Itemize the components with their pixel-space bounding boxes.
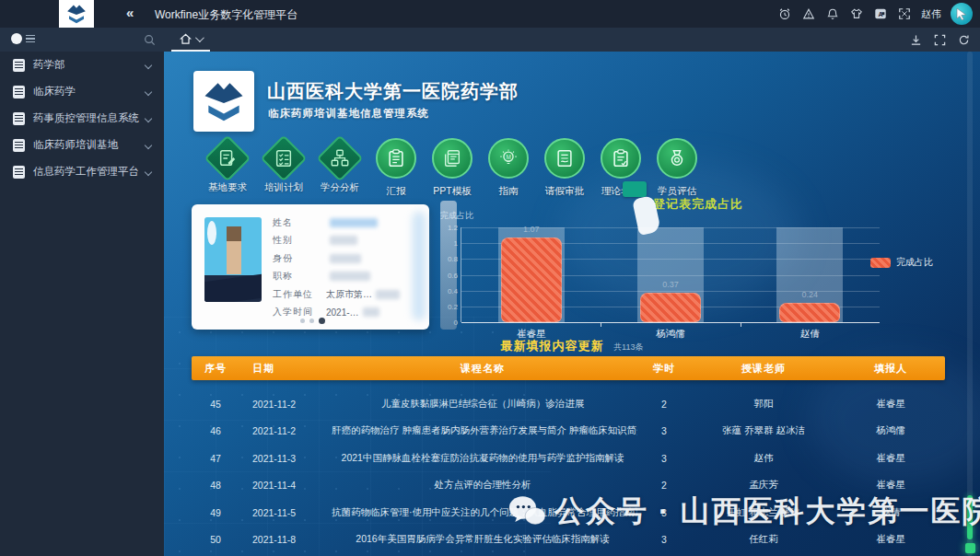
chevron-down-icon	[145, 168, 152, 175]
quick-action-label: 汇报	[367, 185, 426, 198]
document-icon	[13, 112, 25, 125]
table-row[interactable]: 492021-11-5抗菌药物临床管理·使用中应关注的几个问题；《血脂异常合理用…	[192, 499, 945, 527]
user-avatar[interactable]	[951, 3, 973, 25]
table-cell: 处方点评的合理性分析	[328, 479, 637, 492]
chart-title: 登记表完成占比	[569, 196, 827, 213]
hamburger-icon	[26, 35, 35, 43]
checklist-icon	[261, 135, 308, 182]
search-icon[interactable]	[144, 33, 156, 50]
bar-value-label: 0.37	[662, 280, 679, 289]
quick-action-0[interactable]: 基地要求	[198, 138, 257, 194]
table-cell: 杨鸿儒	[836, 424, 945, 437]
table-row[interactable]: 482021-11-4处方点评的合理性分析2孟庆芳崔睿星	[192, 472, 945, 500]
document-icon	[13, 59, 25, 72]
clipboard-icon	[376, 138, 416, 179]
chevron-down-icon	[145, 87, 152, 95]
medal-icon	[657, 138, 697, 179]
redacted-value	[363, 307, 379, 317]
table-cell: 肝癌的药物治疗 肿瘤患者肠内肠外营养治疗发展与简介 肿瘤临床知识简介 肿瘤常用化…	[328, 424, 637, 437]
menu-toggle[interactable]	[11, 33, 35, 44]
expand-icon[interactable]	[897, 6, 912, 21]
sidebar-item-0[interactable]: 药学部	[0, 52, 164, 78]
table-cell: 2	[637, 480, 691, 491]
current-user-name[interactable]: 赵伟	[921, 7, 941, 21]
table-row[interactable]: 472021-11-32021中国静脉血栓栓塞症防治抗凝药物的使用与药学监护指南…	[192, 445, 945, 472]
chevron-down-icon	[195, 33, 204, 42]
main-content: 山西医科大学第一医院药学部 临床药师培训基地信息管理系统 基地要求培训计划学分分…	[164, 52, 980, 556]
sidebar-item-1[interactable]: 临床药学	[0, 78, 164, 105]
profile-field-value: 太原市第…	[326, 288, 372, 301]
shirt-icon[interactable]	[849, 6, 864, 21]
table-row[interactable]: 452021-11-2儿童皮肤黏膜淋巴结综合征（川崎病）诊治进展2郭阳崔睿星	[192, 390, 945, 418]
quick-action-5[interactable]: M指南	[479, 138, 538, 198]
legend-label: 完成占比	[896, 256, 933, 269]
profile-field-0: 姓名	[273, 214, 420, 232]
column-header-4: 授课老师	[691, 362, 836, 376]
sidebar-item-3[interactable]: 临床药师培训基地	[0, 132, 164, 158]
app-title: Workfine业务数字化管理平台	[155, 7, 298, 23]
column-header-1: 日期	[239, 362, 328, 376]
column-header-3: 学时	[637, 362, 691, 376]
table-cell: 49	[192, 507, 239, 518]
table-cell: 45	[192, 399, 239, 410]
quick-action-2[interactable]: 学分分析	[310, 138, 369, 194]
quick-action-6[interactable]: 请假审批	[535, 138, 594, 198]
app-logo	[59, 0, 94, 28]
redacted-value	[376, 290, 400, 299]
chart-legend[interactable]: 完成占比	[870, 256, 933, 269]
warning-icon[interactable]	[801, 6, 816, 21]
table-row[interactable]: 502021-11-82016年美国胃肠病学会异常肝脏生化实验评估临床指南解读3…	[192, 527, 945, 554]
table-cell: 50	[192, 534, 239, 545]
table-cell: 2016年美国胃肠病学会异常肝脏生化实验评估临床指南解读	[328, 533, 637, 546]
table-cell: 3	[637, 453, 691, 464]
table-row[interactable]: 462021-11-2肝癌的药物治疗 肿瘤患者肠内肠外营养治疗发展与简介 肿瘤临…	[192, 418, 945, 446]
table-cell: 3	[637, 534, 691, 545]
refresh-icon[interactable]	[956, 32, 971, 47]
bar-value-label: 0.24	[802, 290, 819, 299]
quick-action-3[interactable]: 汇报	[367, 138, 426, 198]
quick-action-4[interactable]: PPT模板	[423, 138, 482, 198]
exam-clipboard-icon	[601, 138, 641, 179]
sidebar-item-label: 信息药学工作管理平台	[33, 165, 139, 179]
scrollbar-track[interactable]	[967, 52, 973, 556]
home-icon	[180, 33, 192, 44]
profile-fields: 姓名性别身份职称工作单位太原市第…入学时间2021-…	[273, 214, 420, 321]
chart-bar-2[interactable]	[779, 303, 840, 322]
table-body: 452021-11-2儿童皮肤黏膜淋巴结综合征（川崎病）诊治进展2郭阳崔睿星46…	[192, 390, 945, 556]
table-cell: 47	[192, 453, 239, 464]
carousel-dots[interactable]	[300, 318, 325, 324]
quick-action-label: 指南	[479, 185, 538, 198]
document-icon	[13, 139, 25, 152]
table-cell: 孟庆芳	[691, 479, 836, 492]
quick-action-1[interactable]: 培训计划	[254, 138, 313, 194]
collapse-sidebar-icon[interactable]: «	[126, 5, 134, 20]
chart-bar-0[interactable]	[501, 237, 562, 322]
sidebar-item-4[interactable]: 信息药学工作管理平台	[0, 158, 164, 185]
sidebar-item-label: 药学部	[33, 58, 65, 72]
sidebar-item-2[interactable]: 药事质控管理信息系统	[0, 105, 164, 132]
tab-home[interactable]	[171, 28, 210, 52]
download-icon[interactable]	[908, 32, 923, 47]
teal-overlay-chip	[623, 181, 647, 197]
profile-field-value: 2021-…	[326, 307, 359, 318]
quick-action-8[interactable]: 学员评估	[648, 138, 706, 198]
translate-icon[interactable]: A	[873, 6, 888, 21]
maximize-icon[interactable]	[932, 32, 947, 47]
quick-action-label: PPT模板	[423, 185, 482, 198]
table-cell: 2021-11-3	[239, 453, 328, 464]
chart-bar-1[interactable]	[640, 293, 701, 322]
student-profile-card[interactable]: 姓名性别身份职称工作单位太原市第…入学时间2021-…	[192, 204, 429, 330]
chevron-down-icon	[145, 141, 152, 148]
redacted-value	[330, 218, 378, 227]
scrollbar-thumb[interactable]	[967, 495, 973, 539]
alarm-icon[interactable]	[777, 6, 792, 21]
redacted-value	[330, 254, 361, 263]
profile-field-2: 身份	[273, 249, 420, 268]
table-cell: 2021中国静脉血栓栓塞症防治抗凝药物的使用与药学监护指南解读	[328, 452, 637, 465]
scrollbar-corner[interactable]	[965, 543, 975, 553]
profile-field-3: 职称	[273, 268, 420, 286]
lightbulb-icon: M	[488, 138, 529, 179]
bell-icon[interactable]	[825, 6, 840, 21]
profile-field-label: 职称	[273, 270, 326, 283]
legend-swatch	[870, 258, 891, 268]
